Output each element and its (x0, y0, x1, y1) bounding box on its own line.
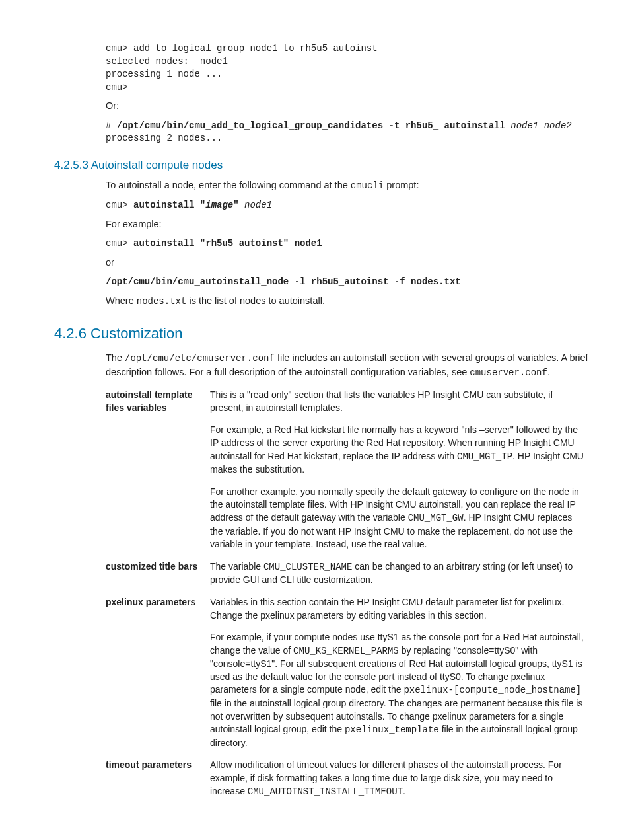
term-timeout: timeout parameters (106, 756, 210, 805)
definition-text: Allow modification of timeout values for… (210, 756, 589, 805)
definition-text: The variable CMU_CLUSTER_NAME can be cha… (210, 558, 589, 593)
paragraph: To autoinstall a node, enter the followi… (106, 178, 589, 193)
term-autoinstall: autoinstall template files variables (106, 386, 210, 558)
definition-text: For example, if your compute nodes use t… (210, 629, 589, 756)
heading-426: 4.2.6 Customization (54, 324, 589, 344)
definition-text: For another example, you normally specif… (210, 483, 589, 558)
term-custom-title: customized title bars (106, 558, 210, 593)
paragraph: For example: (106, 217, 589, 231)
paragraph: or (106, 256, 589, 269)
definition-text: This is a "read only" section that lists… (210, 386, 589, 421)
paragraph: Where nodes.txt is the list of nodes to … (106, 294, 589, 309)
definition-text: Variables in this section contain the HP… (210, 593, 589, 629)
definition-list: autoinstall template files variables Thi… (106, 386, 589, 805)
code-block: cmu> autoinstall "image" node1 (106, 199, 589, 212)
term-pxelinux: pxelinux parameters (106, 593, 210, 757)
or-label: Or: (106, 99, 589, 112)
code-block: cmu> add_to_logical_group node1 to rh5u5… (106, 42, 589, 94)
code-block: cmu> autoinstall "rh5u5_autoinst" node1 (106, 237, 589, 250)
paragraph: The /opt/cmu/etc/cmuserver.conf file inc… (106, 351, 589, 379)
code-block: # /opt/cmu/bin/cmu_add_to_logical_group_… (106, 120, 589, 145)
definition-text: For example, a Red Hat kickstart file no… (210, 421, 589, 482)
heading-4253: 4.2.5.3 Autoinstall compute nodes (54, 157, 589, 173)
code-block: /opt/cmu/bin/cmu_autoinstall_node -l rh5… (106, 276, 589, 289)
